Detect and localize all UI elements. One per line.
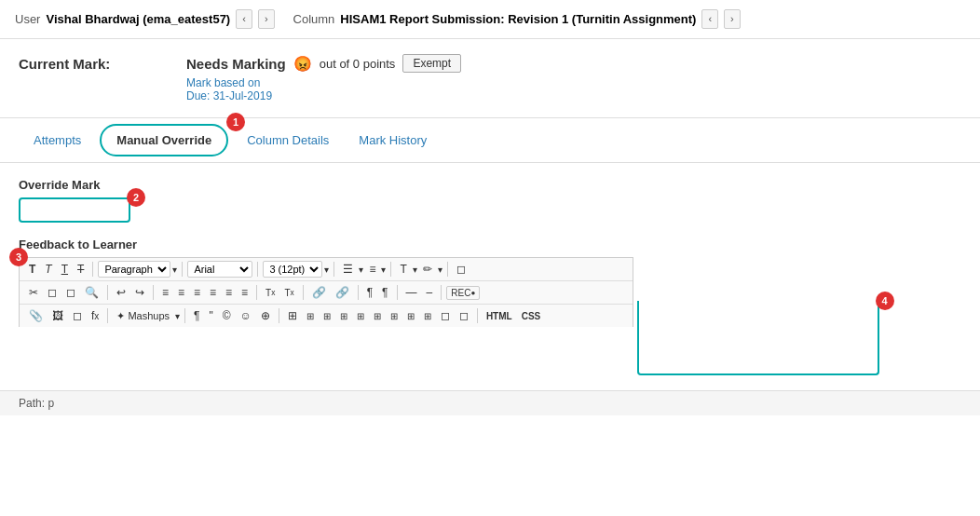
media-button[interactable]: ◻ bbox=[69, 307, 86, 324]
toolbar-row-1: T T T T Paragraph ▾ Arial 3 (12pt) ▾ bbox=[20, 258, 633, 281]
tab-manual-override[interactable]: Manual Override bbox=[100, 124, 228, 156]
mashups-chevron-icon: ▾ bbox=[175, 311, 180, 321]
superscript-button[interactable]: Tx bbox=[262, 286, 279, 300]
subscript-button[interactable]: Tx bbox=[280, 286, 297, 300]
pen-chevron-icon: ▾ bbox=[438, 265, 442, 275]
column-prev-button[interactable]: ‹ bbox=[701, 9, 718, 29]
size-chevron-icon: ▾ bbox=[324, 265, 329, 275]
image-button[interactable]: 🖼 bbox=[48, 307, 67, 324]
override-mark-input[interactable] bbox=[19, 197, 130, 223]
sep15 bbox=[184, 308, 185, 323]
sep1 bbox=[92, 262, 93, 277]
eraser-button[interactable]: ◻ bbox=[453, 261, 470, 278]
list-ordered-button[interactable]: ≡ bbox=[365, 261, 379, 278]
path-label: Path: bbox=[19, 397, 45, 410]
copy-button[interactable]: ◻ bbox=[44, 284, 61, 301]
column-value: HISAM1 Report Submission: Revision 1 (Tu… bbox=[340, 12, 696, 26]
table-col-del[interactable]: ⊞ bbox=[353, 309, 368, 323]
user-label: User bbox=[15, 12, 40, 26]
toolbar-row-2: ✂ ◻ ◻ 🔍 ↩ ↪ ≡ ≡ ≡ ≡ ≡ ≡ Tx Tx 🔗 🔗 bbox=[20, 281, 633, 305]
sep12 bbox=[397, 285, 398, 300]
exempt-button[interactable]: Exempt bbox=[402, 54, 461, 73]
italic-button[interactable]: T bbox=[41, 261, 55, 278]
dash-button[interactable]: – bbox=[423, 284, 437, 301]
mark-based-on: Mark based on bbox=[186, 76, 461, 89]
square2-button[interactable]: ◻ bbox=[456, 307, 472, 324]
column-next-button[interactable]: › bbox=[724, 9, 741, 29]
table-row-add[interactable]: ⊞ bbox=[303, 309, 318, 323]
record-button[interactable]: REC● bbox=[446, 286, 480, 300]
align-left-button[interactable]: ≡ bbox=[158, 284, 172, 301]
column-label: Column bbox=[293, 12, 335, 26]
tab-column-details[interactable]: Column Details bbox=[232, 122, 344, 158]
paragraph-mark-button[interactable]: ¶ bbox=[363, 284, 376, 301]
table-row-del[interactable]: ⊞ bbox=[320, 309, 334, 323]
sep8 bbox=[153, 285, 154, 300]
hr-button[interactable]: — bbox=[402, 284, 421, 301]
table-merge[interactable]: ⊞ bbox=[370, 309, 385, 323]
warning-icon: 😡 bbox=[293, 55, 312, 73]
link-button[interactable]: 🔗 bbox=[308, 284, 330, 301]
table-props[interactable]: ⊞ bbox=[403, 309, 418, 323]
align-justify-button[interactable]: ≡ bbox=[206, 284, 220, 301]
current-mark-label: Current Mark: bbox=[19, 54, 168, 72]
bold-button[interactable]: T bbox=[25, 261, 39, 278]
emoticon-button[interactable]: ☺ bbox=[237, 307, 255, 324]
quote-button[interactable]: " bbox=[206, 307, 217, 324]
attach-button[interactable]: 📎 bbox=[25, 307, 47, 324]
outdent-button[interactable]: ≡ bbox=[222, 284, 236, 301]
list2-chevron-icon: ▾ bbox=[381, 265, 386, 275]
cut-button[interactable]: ✂ bbox=[25, 284, 42, 301]
css-button[interactable]: CSS bbox=[518, 309, 545, 323]
indent-button[interactable]: ≡ bbox=[238, 284, 252, 301]
paste-button[interactable]: ◻ bbox=[62, 284, 79, 301]
align-right-button[interactable]: ≡ bbox=[190, 284, 204, 301]
copyright-button[interactable]: © bbox=[219, 307, 235, 324]
tab-mark-history[interactable]: Mark History bbox=[344, 122, 442, 158]
unlink-button[interactable]: 🔗 bbox=[332, 284, 353, 301]
needs-marking-text: Needs Marking bbox=[186, 56, 286, 72]
pen-button[interactable]: ✏ bbox=[419, 261, 436, 278]
sep14 bbox=[107, 308, 108, 323]
due-date: Due: 31-Jul-2019 bbox=[186, 89, 461, 102]
list-unordered-button[interactable]: ☰ bbox=[339, 261, 357, 278]
table-split[interactable]: ⊞ bbox=[387, 309, 402, 323]
override-mark-label: Override Mark bbox=[19, 178, 961, 192]
sep2 bbox=[182, 262, 183, 277]
table-col-add[interactable]: ⊞ bbox=[336, 309, 351, 323]
sep13 bbox=[441, 285, 442, 300]
text-editor-area[interactable] bbox=[637, 301, 879, 375]
override-input-container: 2 bbox=[19, 197, 130, 223]
sep17 bbox=[477, 308, 478, 323]
tab-attempts[interactable]: Attempts bbox=[19, 122, 96, 158]
html-button[interactable]: HTML bbox=[483, 309, 516, 323]
sep6 bbox=[447, 262, 448, 277]
user-next-button[interactable]: › bbox=[258, 9, 275, 29]
table-cell-props[interactable]: ⊞ bbox=[420, 309, 435, 323]
size-select[interactable]: 3 (12pt) bbox=[263, 261, 322, 278]
strikethrough-button[interactable]: T bbox=[74, 261, 88, 278]
square-button[interactable]: ◻ bbox=[437, 307, 454, 324]
chevron-down-icon: ▾ bbox=[172, 265, 177, 275]
pilcrow-button[interactable]: ¶ bbox=[190, 307, 203, 324]
align-center-button[interactable]: ≡ bbox=[174, 284, 188, 301]
sep3 bbox=[257, 262, 258, 277]
bidi-button[interactable]: ¶ bbox=[378, 284, 391, 301]
user-value: Vishal Bhardwaj (ema_eatest57) bbox=[46, 12, 230, 26]
sep11 bbox=[358, 285, 359, 300]
font-select[interactable]: Arial bbox=[187, 261, 252, 278]
underline-button[interactable]: T bbox=[58, 261, 72, 278]
user-prev-button[interactable]: ‹ bbox=[236, 9, 252, 29]
undo-button[interactable]: ↩ bbox=[113, 284, 129, 301]
path-bar: Path: p bbox=[0, 390, 980, 415]
redo-button[interactable]: ↪ bbox=[131, 284, 148, 301]
format-select[interactable]: Paragraph bbox=[98, 261, 170, 278]
formula-button[interactable]: fx bbox=[88, 307, 102, 324]
sep4 bbox=[333, 262, 334, 277]
table-button[interactable]: ⊞ bbox=[284, 307, 301, 324]
paste-text-button[interactable]: 🔍 bbox=[81, 284, 102, 301]
mashups-button[interactable]: ✦ Mashups bbox=[113, 308, 173, 324]
sep5 bbox=[390, 262, 391, 277]
special-char-button[interactable]: ⊕ bbox=[257, 307, 274, 324]
text-color-button[interactable]: T bbox=[396, 261, 410, 278]
